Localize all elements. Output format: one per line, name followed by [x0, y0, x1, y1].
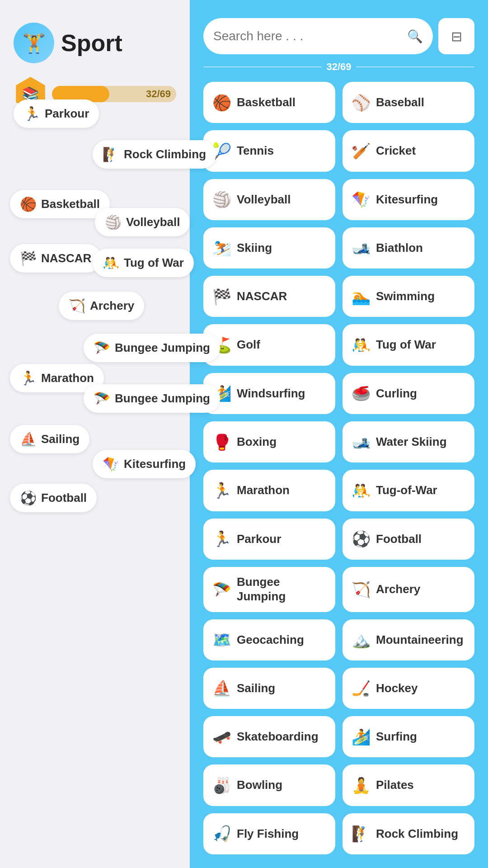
scatter-item-sailing[interactable]: ⛵Sailing	[10, 425, 89, 453]
grid-emoji-biathlon: 🎿	[352, 239, 371, 257]
grid-label-tug-of-war: Tug of War	[376, 338, 436, 352]
grid-label-mountaineering: Mountaineering	[376, 633, 464, 647]
count-line-left	[203, 66, 322, 67]
grid-emoji-boxing: 🥊	[212, 433, 231, 451]
scatter-item-parkour[interactable]: 🏃Parkour	[14, 99, 99, 128]
grid-emoji-football: ⚽	[352, 530, 371, 548]
scatter-item-volleyball[interactable]: 🏐Volleyball	[95, 208, 190, 236]
grid-item-fly-fishing[interactable]: 🎣Fly Fishing	[203, 813, 335, 854]
grid-emoji-sailing: ⛵	[212, 679, 231, 697]
scatter-item-bungee-jumping-1[interactable]: 🪂Bungee Jumping	[84, 334, 220, 362]
grid-emoji-archery: 🏹	[352, 580, 371, 599]
search-bar: 🔍 ⊟	[203, 18, 474, 54]
grid-label-tug-of-war-2: Tug-of-War	[376, 483, 437, 497]
grid-item-tennis[interactable]: 🎾Tennis	[203, 130, 335, 171]
app-title: Sport	[61, 29, 122, 57]
grid-item-geocaching[interactable]: 🗺️Geocaching	[203, 619, 335, 660]
search-input-wrap[interactable]: 🔍	[203, 18, 433, 54]
search-input[interactable]	[213, 29, 403, 43]
grid-emoji-parkour: 🏃	[212, 530, 231, 548]
grid-emoji-water-skiing: 🎿	[352, 433, 371, 451]
grid-label-kitesurfing: Kitesurfing	[376, 193, 438, 207]
scatter-label-nascar: NASCAR	[41, 251, 91, 265]
grid-item-baseball[interactable]: ⚾Baseball	[343, 82, 474, 123]
sports-grid: 🏀Basketball⚾Baseball🎾Tennis🏏Cricket🏐Voll…	[203, 82, 474, 854]
scatter-item-archery[interactable]: 🏹Archery	[59, 292, 144, 320]
scatter-item-football[interactable]: ⚽Football	[10, 484, 97, 512]
scatter-item-basketball[interactable]: 🏀Basketball	[10, 190, 110, 218]
grid-item-sailing[interactable]: ⛵Sailing	[203, 668, 335, 709]
grid-emoji-rock-climbing: 🧗	[352, 825, 371, 843]
count-line-right	[356, 66, 474, 67]
grid-item-skiing[interactable]: ⛷️Skiing	[203, 227, 335, 269]
scatter-label-archery: Archery	[90, 299, 134, 313]
count-text: 32/69	[326, 61, 351, 73]
grid-item-nascar[interactable]: 🏁NASCAR	[203, 276, 335, 317]
scatter-item-kitesurfing[interactable]: 🪁Kitesurfing	[93, 450, 196, 478]
grid-item-skateboarding[interactable]: 🛹Skateboarding	[203, 716, 335, 757]
grid-item-volleyball[interactable]: 🏐Volleyball	[203, 179, 335, 220]
grid-emoji-nascar: 🏁	[212, 288, 231, 306]
scatter-item-bungee-jumping-2[interactable]: 🪂Bungee Jumping	[84, 384, 220, 413]
grid-item-parkour[interactable]: 🏃Parkour	[203, 519, 335, 560]
grid-item-football[interactable]: ⚽Football	[343, 519, 474, 560]
grid-item-mountaineering[interactable]: 🏔️Mountaineering	[343, 619, 474, 660]
grid-item-archery[interactable]: 🏹Archery	[343, 567, 474, 612]
right-panel: 🔍 ⊟ 32/69 🏀Basketball⚾Baseball🎾Tennis🏏Cr…	[190, 0, 488, 868]
grid-emoji-tug-of-war: 🤼	[352, 336, 371, 354]
grid-emoji-marathon: 🏃	[212, 481, 231, 500]
grid-item-pilates[interactable]: 🧘Pilates	[343, 764, 474, 806]
grid-item-tug-of-war[interactable]: 🤼Tug of War	[343, 324, 474, 365]
grid-emoji-swimming: 🏊	[352, 288, 371, 306]
scatter-item-tug-of-war[interactable]: 🤼Tug of War	[93, 249, 194, 277]
scatter-emoji-volleyball: 🏐	[105, 214, 122, 230]
grid-item-biathlon[interactable]: 🎿Biathlon	[343, 227, 474, 269]
scatter-emoji-sailing: ⛵	[20, 431, 37, 447]
scatter-label-marathon: Marathon	[41, 371, 94, 385]
scatter-emoji-nascar: 🏁	[20, 250, 37, 266]
search-icon: 🔍	[407, 29, 423, 44]
grid-label-biathlon: Biathlon	[376, 241, 423, 255]
grid-emoji-kitesurfing: 🪁	[352, 190, 371, 208]
grid-label-tennis: Tennis	[237, 144, 274, 158]
scatter-emoji-parkour: 🏃	[23, 106, 40, 122]
grid-emoji-cricket: 🏏	[352, 142, 371, 160]
grid-item-rock-climbing[interactable]: 🧗Rock Climbing	[343, 813, 474, 854]
grid-label-golf: Golf	[237, 338, 260, 352]
grid-item-swimming[interactable]: 🏊Swimming	[343, 276, 474, 317]
grid-label-football: Football	[376, 532, 422, 546]
grid-item-hockey[interactable]: 🏒Hockey	[343, 668, 474, 709]
left-panel: 🏋️ Sport 📚 32/69 🏃Parkour🧗Rock Climbing🏀…	[0, 0, 190, 868]
scatter-item-nascar[interactable]: 🏁NASCAR	[10, 244, 101, 273]
grid-item-basketball[interactable]: 🏀Basketball	[203, 82, 335, 123]
scatter-emoji-bungee-jumping-2: 🪂	[94, 391, 110, 406]
grid-item-bowling[interactable]: 🎳Bowling	[203, 764, 335, 806]
filter-button[interactable]: ⊟	[438, 18, 474, 54]
scatter-emoji-football: ⚽	[20, 490, 37, 506]
scatter-item-rock-climbing[interactable]: 🧗Rock Climbing	[93, 140, 216, 169]
grid-emoji-skateboarding: 🛹	[212, 728, 231, 746]
grid-item-kitesurfing[interactable]: 🪁Kitesurfing	[343, 179, 474, 220]
grid-item-bungee-jumping[interactable]: 🪂Bungee Jumping	[203, 567, 335, 612]
grid-label-volleyball: Volleyball	[237, 193, 291, 207]
app-header: 🏋️ Sport	[0, 0, 190, 72]
grid-label-basketball: Basketball	[237, 95, 296, 109]
grid-item-golf[interactable]: ⛳Golf	[203, 324, 335, 365]
grid-item-cricket[interactable]: 🏏Cricket	[343, 130, 474, 171]
grid-label-rock-climbing: Rock Climbing	[376, 827, 458, 841]
grid-item-surfing[interactable]: 🏄Surfing	[343, 716, 474, 757]
grid-item-tug-of-war-2[interactable]: 🤼Tug-of-War	[343, 470, 474, 511]
grid-item-boxing[interactable]: 🥊Boxing	[203, 421, 335, 462]
grid-label-curling: Curling	[376, 387, 417, 401]
scatter-label-volleyball: Volleyball	[126, 215, 180, 229]
grid-item-curling[interactable]: 🥌Curling	[343, 373, 474, 414]
scatter-emoji-bungee-jumping-1: 🪂	[94, 340, 110, 356]
grid-item-windsurfing[interactable]: 🏄Windsurfing	[203, 373, 335, 414]
grid-item-water-skiing[interactable]: 🎿Water Skiing	[343, 421, 474, 462]
grid-emoji-hockey: 🏒	[352, 679, 371, 697]
scatter-label-rock-climbing: Rock Climbing	[124, 147, 206, 161]
scatter-label-basketball: Basketball	[41, 197, 100, 211]
grid-item-marathon[interactable]: 🏃Marathon	[203, 470, 335, 511]
scatter-label-football: Football	[41, 491, 87, 505]
scatter-label-sailing: Sailing	[41, 432, 80, 446]
